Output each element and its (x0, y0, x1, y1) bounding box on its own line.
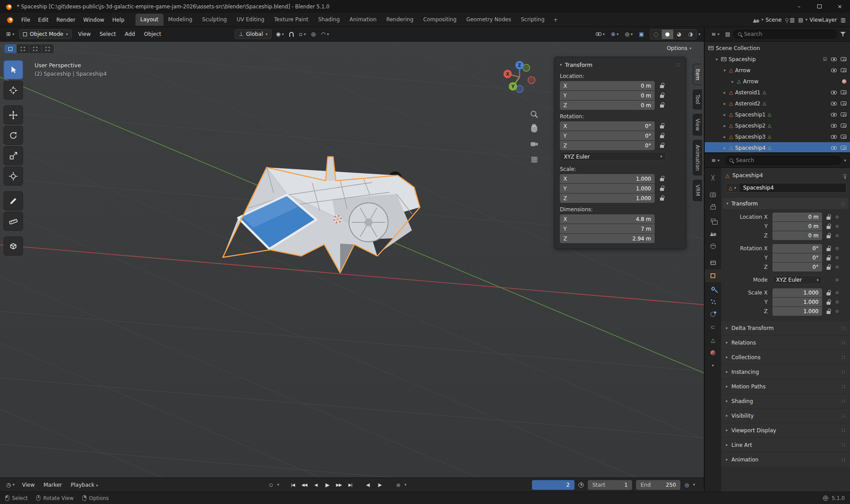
proportional-editing-toggle[interactable]: ◎ (309, 30, 318, 38)
expand-arrow-icon[interactable]: ▸ (722, 101, 727, 106)
navigation-gizmo[interactable]: Z X Y (500, 58, 539, 98)
animate-decorator[interactable] (836, 216, 838, 218)
properties-tab-scene[interactable] (705, 227, 721, 240)
auto-keying-dropdown[interactable]: ▾ (277, 483, 279, 487)
prev-keyframe-button[interactable]: ◀◀ (299, 480, 309, 490)
lock-icon[interactable] (827, 257, 831, 260)
lock-icon[interactable] (827, 248, 831, 251)
workspace-tab-geometry-nodes[interactable]: Geometry Nodes (462, 14, 516, 26)
menu-view[interactable]: View (74, 29, 94, 39)
current-frame-field[interactable]: 2 (532, 480, 574, 490)
object-id-type-button[interactable]: △ ▾ (726, 183, 739, 193)
rotation-x-field[interactable]: X0° (560, 121, 655, 131)
workspace-tab-sculpting[interactable]: Sculpting (197, 14, 232, 26)
editor-type-button[interactable]: ⊞ ▾ (4, 30, 17, 38)
outliner-row-object-selected[interactable]: ▸ △ Spaceship4 △ (705, 142, 850, 152)
location-y-field[interactable]: 0 m (772, 222, 822, 231)
timeline-menu-marker[interactable]: Marker (39, 480, 66, 490)
location-x-field[interactable]: 0 m (772, 213, 822, 221)
workspace-tab-texture-paint[interactable]: Texture Paint (269, 14, 313, 26)
section-delta-transform[interactable]: ▸Delta Transform∷ (721, 321, 850, 335)
outliner-row-object[interactable]: ▾ △ Arrow (705, 65, 850, 76)
sidebar-tab-tool[interactable]: Tool (693, 89, 702, 109)
animate-decorator[interactable] (836, 291, 838, 294)
snap-settings-dropdown[interactable]: ▫ ▾ (297, 30, 308, 38)
properties-tab-render[interactable] (705, 188, 721, 201)
timeline-playback-dropdown[interactable]: Playback ▾ (67, 480, 102, 490)
select-mode-intersect[interactable] (42, 44, 54, 53)
outliner-row-object[interactable]: ▸ △ Spaceship3 △ (705, 131, 850, 142)
zoom-icon[interactable] (530, 110, 539, 119)
section-visibility[interactable]: ▸Visibility∷ (721, 409, 850, 423)
menu-file[interactable]: File (17, 15, 34, 25)
lock-icon[interactable] (660, 105, 664, 108)
new-scene-icon[interactable]: ▥ (790, 17, 795, 23)
shading-wireframe-button[interactable]: ◌ (650, 30, 662, 39)
disable-render-icon[interactable] (841, 90, 846, 94)
exclude-checkbox-icon[interactable]: ☑ (823, 57, 827, 62)
shading-dropdown[interactable]: ▾ (699, 32, 700, 36)
hide-eye-icon[interactable] (831, 124, 837, 128)
hide-eye-icon[interactable] (831, 135, 837, 139)
workspace-tab-scripting[interactable]: Scripting (516, 14, 549, 26)
dimension-y-field[interactable]: Y7 m (560, 224, 655, 233)
menu-add[interactable]: Add (121, 29, 139, 39)
lock-icon[interactable] (660, 178, 664, 181)
expand-arrow-icon[interactable]: ▸ (722, 146, 727, 150)
timeline-editor-type-button[interactable]: ◷ ▾ (4, 481, 17, 489)
expand-arrow-icon[interactable]: ▾ (722, 68, 727, 73)
maximize-button[interactable] (809, 0, 830, 13)
proportional-falloff-dropdown[interactable]: ◠ ▾ (319, 30, 331, 38)
workspace-tab-modeling[interactable]: Modeling (163, 14, 198, 26)
jump-to-end-button[interactable]: ▶| (345, 480, 355, 490)
rotation-z-field[interactable]: 0° (772, 263, 822, 271)
menu-object[interactable]: Object (140, 29, 165, 39)
section-motion-paths[interactable]: ▸Motion Paths∷ (721, 380, 850, 393)
display-mode-icon[interactable]: ▤ (725, 31, 730, 37)
tool-measure[interactable] (4, 212, 23, 231)
expand-arrow-icon[interactable]: ▸ (722, 112, 727, 117)
object-name-field[interactable]: Spaceship4 (739, 183, 846, 193)
properties-search-input[interactable] (736, 157, 836, 163)
overlays-dropdown[interactable]: ◎ ▾ (623, 30, 635, 38)
tool-annotate[interactable] (4, 191, 23, 210)
outliner-row-object[interactable]: ▸ △ Spaceship1 △ (705, 109, 850, 120)
pan-hand-icon[interactable] (531, 126, 537, 132)
properties-tabs-overflow[interactable]: ▾ (705, 359, 721, 372)
timeline-menu-view[interactable]: View (18, 480, 39, 490)
workspace-tab-layout[interactable]: Layout (136, 14, 163, 26)
lock-icon[interactable] (827, 302, 831, 305)
animate-decorator[interactable] (836, 266, 838, 268)
expand-arrow-icon[interactable]: ▸ (722, 124, 727, 128)
rotation-mode-dropdown[interactable]: XYZ Euler▾ (772, 275, 822, 284)
menu-window[interactable]: Window (79, 15, 108, 25)
tool-rotate[interactable] (4, 126, 23, 145)
transform-panel-header[interactable]: ▾ Transform ∷ (560, 59, 680, 70)
properties-tab-modifiers[interactable] (705, 282, 721, 295)
lock-icon[interactable] (827, 235, 831, 238)
workspace-tab-compositing[interactable]: Compositing (418, 14, 461, 26)
hide-eye-icon[interactable] (831, 91, 837, 94)
end-frame-field[interactable]: End250 (636, 480, 680, 490)
scale-x-field[interactable]: X1.000 (560, 174, 655, 183)
lock-icon[interactable] (827, 267, 831, 270)
jump-to-start-button[interactable]: |◀ (287, 480, 298, 490)
scale-y-field[interactable]: 1.000 (772, 298, 822, 306)
play-reverse-button[interactable]: ◀ (311, 480, 321, 490)
disable-render-icon[interactable] (841, 57, 846, 61)
3d-viewport[interactable]: User Perspective (2) Spaceship | Spacesh… (0, 42, 704, 477)
animate-decorator[interactable] (836, 310, 838, 313)
properties-tab-tool[interactable]: ╳ (705, 171, 721, 184)
location-x-field[interactable]: X0 m (560, 81, 655, 90)
shading-rendered-button[interactable]: ◑ (685, 30, 696, 39)
menu-help[interactable]: Help (108, 15, 128, 25)
filter-funnel-icon[interactable] (840, 31, 846, 37)
hide-eye-icon[interactable] (831, 113, 837, 116)
dimension-z-field[interactable]: Z2.94 m (560, 234, 655, 243)
lock-icon[interactable] (660, 135, 664, 138)
outliner-row-mesh-data[interactable]: ▸ △ Arrow (705, 76, 850, 87)
viewlayer-selector[interactable]: ▤ ▾ ViewLayer (796, 16, 839, 24)
show-object-types-dropdown[interactable]: ▾ (594, 31, 607, 38)
disable-render-icon[interactable] (841, 68, 846, 72)
lock-icon[interactable] (827, 292, 831, 295)
